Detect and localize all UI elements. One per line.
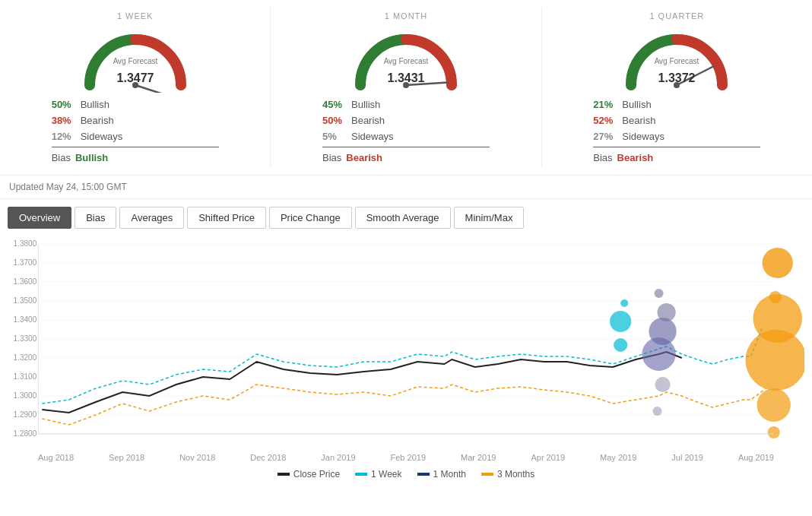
- divider: [322, 147, 490, 147]
- gauge-container: Avg Forecast 1.3431: [345, 24, 467, 93]
- svg-text:1.3477: 1.3477: [116, 71, 154, 84]
- gauge-panel-2: 1 QUARTER Avg Forecast 1.3372 21%: [542, 8, 812, 167]
- svg-text:1.3200: 1.3200: [14, 353, 37, 362]
- bearish-pct: 52%: [593, 115, 622, 126]
- svg-text:1.3100: 1.3100: [14, 372, 37, 381]
- bias-row: Bias Bearish: [593, 152, 760, 163]
- x-label: Aug 2019: [738, 453, 774, 462]
- bearish-row: 52% Bearish: [593, 115, 760, 126]
- legend-1-month: 1 Month: [417, 469, 466, 480]
- tabs-bar: OverviewBiasAveragesShifted PricePrice C…: [0, 199, 812, 229]
- svg-text:1.3431: 1.3431: [388, 71, 425, 84]
- period-label: 1 QUARTER: [649, 11, 704, 21]
- tab-price-change[interactable]: Price Change: [269, 207, 352, 229]
- period-label: 1 WEEK: [117, 11, 154, 21]
- bullish-row: 50% Bullish: [52, 99, 219, 110]
- tab-smooth-average[interactable]: Smooth Average: [355, 207, 451, 229]
- bias-value: Bearish: [346, 152, 382, 163]
- gauge-container: Avg Forecast 1.3477: [75, 24, 196, 93]
- tab-bias[interactable]: Bias: [75, 207, 116, 229]
- bubble-cyan-1: [620, 299, 628, 307]
- bullish-label: Bullish: [351, 99, 380, 110]
- bubble-gray-6: [652, 407, 661, 416]
- main-chart: 1.3800 1.3700 1.3600 1.3500 1.3400 1.330…: [8, 236, 804, 449]
- svg-text:1.3600: 1.3600: [14, 277, 37, 286]
- x-axis-labels: Aug 2018 Sep 2018 Nov 2018 Dec 2018 Jan …: [8, 451, 804, 462]
- sideways-pct: 5%: [322, 131, 351, 142]
- x-label: Nov 2018: [179, 453, 215, 462]
- close-price-swatch: [278, 473, 290, 476]
- legend-1-week: 1 Week: [355, 469, 401, 480]
- gauge-panel-1: 1 MONTH Avg Forecast 1.3431 45% B: [271, 8, 541, 167]
- x-label: Apr 2019: [531, 453, 565, 462]
- chart-legend: Close Price 1 Week 1 Month 3 Months: [0, 464, 812, 484]
- bubble-orange-1: [763, 248, 793, 278]
- x-label: Feb 2019: [391, 453, 426, 462]
- bubble-cyan-3: [614, 338, 627, 352]
- gauge-panel-0: 1 WEEK Avg Forecast 1.3477 50% Bu: [0, 8, 271, 167]
- stats-table: 21% Bullish 52% Bearish 27% Sideways Bia…: [593, 99, 760, 163]
- bubble-orange-4: [745, 330, 804, 391]
- bullish-label: Bullish: [622, 99, 651, 110]
- month1-swatch: [417, 473, 430, 476]
- x-label: Aug 2018: [38, 453, 74, 462]
- tab-averages[interactable]: Averages: [119, 207, 184, 229]
- x-label: Dec 2018: [250, 453, 286, 462]
- sideways-label: Sideways: [351, 131, 394, 142]
- svg-line-0: [135, 85, 175, 93]
- x-label: Jan 2019: [321, 453, 355, 462]
- bubble-gray-4: [642, 337, 675, 371]
- svg-text:1.3300: 1.3300: [14, 334, 37, 343]
- gauge-container: Avg Forecast 1.3372: [616, 24, 737, 93]
- gauge-svg: Avg Forecast 1.3431: [345, 24, 467, 93]
- bearish-row: 50% Bearish: [322, 115, 490, 126]
- sideways-row: 12% Sideways: [52, 131, 219, 142]
- bullish-pct: 45%: [322, 99, 351, 110]
- sideways-row: 27% Sideways: [593, 131, 760, 142]
- x-label: May 2019: [600, 453, 636, 462]
- x-label: Mar 2019: [461, 453, 496, 462]
- bias-row: Bias Bearish: [322, 152, 490, 163]
- bearish-pct: 38%: [52, 115, 81, 126]
- svg-text:1.3372: 1.3372: [658, 71, 696, 84]
- bullish-row: 45% Bullish: [322, 99, 490, 110]
- updated-bar: Updated May 24, 15:00 GMT: [0, 176, 812, 199]
- stats-table: 45% Bullish 50% Bearish 5% Sideways Bias…: [322, 99, 490, 163]
- sideways-pct: 27%: [593, 131, 622, 142]
- updated-text: Updated May 24, 15:00 GMT: [9, 182, 127, 192]
- bullish-pct: 50%: [52, 99, 81, 110]
- svg-text:1.2800: 1.2800: [14, 429, 37, 438]
- legend-close-price-label: Close Price: [293, 469, 340, 480]
- close-price-line: [42, 352, 681, 413]
- bias-value: Bullish: [75, 152, 108, 163]
- x-label: Sep 2018: [109, 453, 144, 462]
- sideways-label: Sideways: [622, 131, 665, 142]
- bullish-pct: 21%: [593, 99, 622, 110]
- sideways-label: Sideways: [81, 131, 123, 142]
- legend-week1-label: 1 Week: [371, 469, 401, 480]
- bearish-label: Bearish: [622, 115, 655, 126]
- svg-text:Avg Forecast: Avg Forecast: [384, 57, 429, 65]
- svg-text:1.3500: 1.3500: [14, 296, 37, 305]
- legend-month1-label: 1 Month: [433, 469, 466, 480]
- x-label: Jul 2019: [671, 453, 703, 462]
- bubble-orange-5: [757, 388, 791, 422]
- bias-text: Bias: [322, 152, 341, 163]
- bias-value: Bearish: [617, 152, 654, 163]
- tab-shifted-price[interactable]: Shifted Price: [187, 207, 266, 229]
- tab-overview[interactable]: Overview: [8, 207, 71, 229]
- three-months-line: [42, 385, 766, 425]
- svg-text:1.3800: 1.3800: [14, 239, 37, 248]
- top-section: 1 WEEK Avg Forecast 1.3477 50% Bu: [0, 0, 812, 176]
- bullish-row: 21% Bullish: [593, 99, 760, 110]
- svg-text:1.3700: 1.3700: [14, 258, 37, 267]
- bubble-gray-5: [655, 377, 671, 392]
- legend-3-months: 3 Months: [481, 469, 534, 480]
- bubble-gray-1: [654, 289, 663, 298]
- gauge-svg: Avg Forecast 1.3477: [75, 24, 196, 93]
- tab-minim/max[interactable]: Minim/Max: [454, 207, 525, 229]
- svg-text:Avg Forecast: Avg Forecast: [655, 57, 699, 65]
- svg-text:Avg Forecast: Avg Forecast: [113, 57, 157, 65]
- svg-text:1.3400: 1.3400: [14, 315, 37, 324]
- stats-table: 50% Bullish 38% Bearish 12% Sideways Bia…: [52, 99, 219, 163]
